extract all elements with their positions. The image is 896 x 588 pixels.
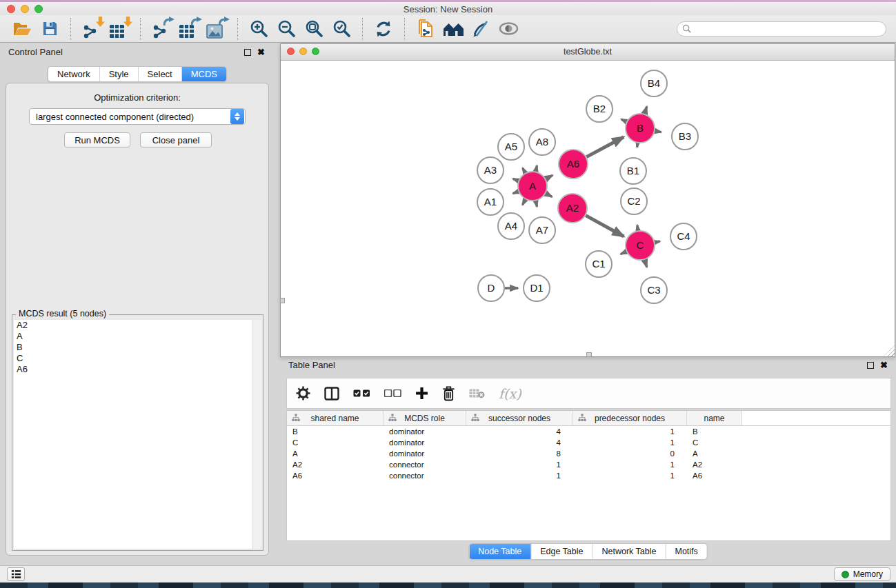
delete-button[interactable]	[442, 383, 455, 404]
network-document-button[interactable]	[412, 17, 439, 41]
search-input[interactable]	[691, 23, 881, 34]
table-row[interactable]: Bdominator41B	[287, 426, 890, 437]
edge-A-A1[interactable]	[513, 192, 519, 194]
tab-style[interactable]: Style	[99, 67, 138, 81]
zoom-in-button[interactable]	[245, 17, 272, 41]
export-table-button[interactable]	[175, 17, 203, 41]
export-network-button[interactable]	[148, 17, 175, 41]
mcds-result-item[interactable]: B	[14, 342, 261, 353]
show-panel-button[interactable]	[7, 567, 25, 581]
mcds-result-list[interactable]: A2ABCA6	[14, 320, 261, 549]
network-frame-titlebar[interactable]: testGlobe.txt	[281, 44, 895, 61]
edge-C-C3[interactable]	[644, 260, 646, 267]
close-panel-icon[interactable]: ✖	[257, 48, 265, 57]
table-row[interactable]: Adominator80A	[287, 448, 890, 459]
close-panel-button[interactable]: Close panel	[140, 132, 212, 148]
table-row[interactable]: Cdominator41C	[287, 437, 890, 448]
import-table-button[interactable]	[106, 17, 133, 41]
export-image-button[interactable]	[203, 17, 230, 41]
node-B2[interactable]: B2	[586, 96, 613, 122]
edge-A-A6[interactable]	[546, 175, 552, 179]
open-file-button[interactable]	[8, 17, 36, 41]
network-canvas[interactable]: B4B2BB3A8A5A6A3B1AA1C2A2A4A7C4CC1C3DD1	[281, 61, 895, 356]
node-A2[interactable]: A2	[558, 194, 587, 223]
tab-mcds[interactable]: MCDS	[181, 67, 226, 81]
edge-A-A4[interactable]	[522, 199, 525, 205]
edge-A-A2[interactable]	[546, 194, 552, 197]
zoom-fit-button[interactable]	[300, 17, 328, 41]
columns-button[interactable]	[324, 383, 339, 404]
function-builder-button[interactable]: f(x)	[499, 383, 521, 404]
edge-B-B3[interactable]	[655, 131, 661, 132]
edge-B-B1[interactable]	[637, 143, 638, 148]
optimization-criterion-select[interactable]: largest connected component (directed)	[29, 108, 246, 125]
edge-A-A8[interactable]	[536, 165, 537, 171]
delete-table-button[interactable]	[469, 383, 485, 404]
node-A[interactable]: A	[518, 172, 547, 201]
node-A4[interactable]: A4	[498, 213, 524, 239]
node-C3[interactable]: C3	[641, 277, 667, 303]
node-B1[interactable]: B1	[620, 158, 646, 184]
search-box[interactable]	[677, 21, 886, 37]
column-header-successor-nodes[interactable]: successor nodes	[466, 411, 573, 425]
float-panel-icon[interactable]	[867, 362, 874, 369]
node-A3[interactable]: A3	[477, 157, 504, 183]
float-panel-icon[interactable]	[244, 49, 251, 56]
import-network-button[interactable]	[78, 17, 106, 41]
node-A7[interactable]: A7	[529, 217, 555, 243]
mcds-result-item[interactable]: A6	[14, 364, 261, 375]
node-B3[interactable]: B3	[672, 123, 698, 150]
add-column-button[interactable]	[415, 383, 428, 404]
node-D[interactable]: D	[478, 275, 504, 301]
tab-node-table[interactable]: Node Table	[469, 544, 530, 559]
node-A6[interactable]: A6	[559, 150, 588, 179]
run-mcds-button[interactable]: Run MCDS	[64, 132, 130, 148]
table-row[interactable]: A2connector11A2	[287, 459, 890, 470]
edge-B-B2[interactable]	[621, 119, 627, 122]
node-D1[interactable]: D1	[524, 275, 550, 301]
close-panel-icon[interactable]: ✖	[880, 361, 888, 369]
edge-B-B4[interactable]	[644, 106, 646, 114]
edge-A2-C[interactable]	[586, 216, 624, 236]
column-header-name[interactable]: name	[687, 411, 742, 425]
mcds-result-item[interactable]: C	[14, 353, 261, 364]
zoom-out-button[interactable]	[272, 17, 300, 41]
app-titlebar[interactable]: Session: New Session	[0, 2, 896, 15]
mcds-result-item[interactable]: A	[14, 331, 261, 342]
tab-motifs[interactable]: Motifs	[665, 544, 706, 559]
tab-network-table[interactable]: Network Table	[593, 544, 666, 559]
frame-left-grip[interactable]	[280, 298, 285, 303]
edge-C-C1[interactable]	[621, 252, 626, 254]
home-button[interactable]	[439, 17, 467, 41]
edge-C-C4[interactable]	[655, 241, 660, 242]
table-row[interactable]: A6connector11A6	[287, 470, 890, 481]
node-C1[interactable]: C1	[586, 251, 612, 277]
gesture-disabled-button[interactable]	[467, 17, 495, 41]
tab-network[interactable]: Network	[48, 67, 99, 81]
frame-bottom-grip[interactable]	[586, 352, 592, 357]
edge-A-A7[interactable]	[536, 201, 537, 206]
node-table[interactable]: shared nameMCDS rolesuccessor nodesprede…	[286, 410, 891, 541]
edge-C-C2[interactable]	[637, 225, 638, 231]
edge-A-A5[interactable]	[523, 168, 526, 173]
column-header-predecessor-nodes[interactable]: predecessor nodes	[573, 411, 687, 425]
column-header-mcds-role[interactable]: MCDS role	[384, 411, 466, 425]
node-A1[interactable]: A1	[477, 189, 504, 215]
mcds-result-item[interactable]: A2	[14, 320, 261, 331]
node-B[interactable]: B	[626, 114, 655, 143]
node-C4[interactable]: C4	[670, 223, 697, 250]
deselect-checkboxes-button[interactable]	[384, 383, 401, 404]
select-all-checkboxes-button[interactable]	[353, 383, 370, 404]
refresh-button[interactable]	[370, 17, 397, 41]
node-C[interactable]: C	[626, 231, 655, 260]
gear-button[interactable]	[296, 383, 310, 404]
zoom-selected-button[interactable]	[328, 17, 355, 41]
tab-edge-table[interactable]: Edge Table	[530, 544, 592, 559]
save-session-button[interactable]	[36, 17, 63, 41]
node-A8[interactable]: A8	[529, 129, 555, 155]
result-scrollbar[interactable]	[252, 320, 261, 549]
edge-A-A3[interactable]	[513, 179, 519, 181]
node-B4[interactable]: B4	[641, 70, 667, 97]
tab-select[interactable]: Select	[138, 67, 181, 81]
node-C2[interactable]: C2	[621, 188, 647, 214]
